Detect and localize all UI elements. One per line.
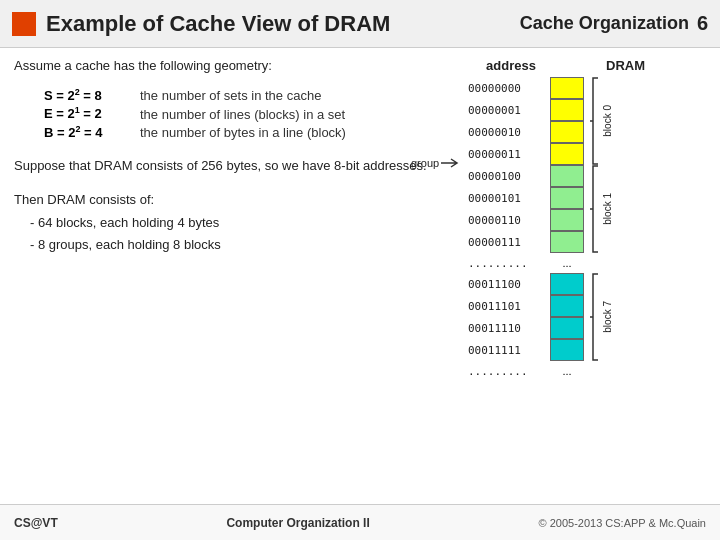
header-icon: [12, 12, 36, 36]
right-panel: address DRAM 000000000000000100000010000…: [466, 58, 706, 498]
header: Example of Cache View of DRAM Cache Orga…: [0, 0, 720, 48]
formula-eq: S = 22 = 8: [44, 87, 134, 103]
block-cell: [550, 317, 584, 339]
block-cell: [550, 99, 584, 121]
formula-row: B = 22 = 4the number of bytes in a line …: [44, 124, 456, 140]
dram-consists: Then DRAM consists of: 64 blocks, each h…: [14, 189, 456, 255]
block-cell: [550, 209, 584, 231]
page-title: Example of Cache View of DRAM: [46, 11, 520, 37]
addr-cell: 00000000: [466, 77, 546, 99]
block-cell: [550, 273, 584, 295]
block-labels-column: block 0block 1block 7: [590, 77, 650, 407]
block-cell: [550, 121, 584, 143]
dram-content: 0000000000000001000000100000001100000100…: [466, 77, 706, 407]
formula-row: S = 22 = 8the number of sets in the cach…: [44, 87, 456, 103]
main-content: Assume a cache has the following geometr…: [0, 48, 720, 504]
dram-label: DRAM: [606, 58, 645, 73]
block-cell: [550, 339, 584, 361]
formula-eq: B = 22 = 4: [44, 124, 134, 140]
addr-cell: 00000001: [466, 99, 546, 121]
list-item: 64 blocks, each holding 4 bytes: [30, 212, 456, 234]
footer-left: CS@VT: [14, 516, 58, 530]
addr-cell: 00000110: [466, 209, 546, 231]
footer-center: Computer Organization II: [226, 516, 369, 530]
block-cell: [550, 77, 584, 99]
address-label: address: [466, 58, 556, 73]
block-label-text: block 1: [602, 193, 613, 225]
addr-cell: .........: [466, 253, 546, 273]
block-brace-group: block 1: [590, 165, 613, 253]
formula-desc: the number of lines (blocks) in a set: [140, 107, 345, 122]
address-column: 0000000000000001000000100000001100000100…: [466, 77, 546, 407]
formula-desc: the number of sets in the cache: [140, 88, 321, 103]
addr-cell: 00011100: [466, 273, 546, 295]
blocks-column: ......: [550, 77, 588, 407]
consists-list: 64 blocks, each holding 4 bytes8 groups,…: [30, 212, 456, 256]
addr-cell: 00000011: [466, 143, 546, 165]
addr-cell: .........: [466, 361, 546, 381]
addr-cell: 00000111: [466, 231, 546, 253]
addr-cell: 00000100: [466, 165, 546, 187]
addr-cell: 00011101: [466, 295, 546, 317]
block-cell: [550, 165, 584, 187]
group-label: group: [411, 157, 461, 169]
footer: CS@VT Computer Organization II © 2005-20…: [0, 504, 720, 540]
consists-heading: Then DRAM consists of:: [14, 192, 154, 207]
block-cell: [550, 143, 584, 165]
block-brace-group: block 7: [590, 273, 613, 361]
block-cell: [550, 187, 584, 209]
header-right: Cache Organization 6: [520, 12, 708, 35]
list-item: 8 groups, each holding 8 blocks: [30, 234, 456, 256]
block-cell: [550, 231, 584, 253]
formula-desc: the number of bytes in a line (block): [140, 125, 346, 140]
cache-org-label: Cache Organization: [520, 13, 689, 34]
formulas: S = 22 = 8the number of sets in the cach…: [44, 87, 456, 140]
addr-cell: 00011111: [466, 339, 546, 361]
block-brace-group: block 0: [590, 77, 613, 165]
formula-eq: E = 21 = 2: [44, 105, 134, 121]
geometry-heading: Assume a cache has the following geometr…: [14, 58, 456, 73]
dram-paragraph: Suppose that DRAM consists of 256 bytes,…: [14, 156, 456, 176]
block-label-text: block 0: [602, 105, 613, 137]
footer-right: © 2005-2013 CS:APP & Mc.Quain: [539, 517, 707, 529]
left-panel: Assume a cache has the following geometr…: [14, 58, 456, 498]
block-cell: ...: [550, 361, 584, 381]
block-cell: [550, 295, 584, 317]
addr-cell: 00011110: [466, 317, 546, 339]
slide-number: 6: [697, 12, 708, 35]
block-label-text: block 7: [602, 301, 613, 333]
dram-header-row: address DRAM: [466, 58, 706, 73]
block-cell: ...: [550, 253, 584, 273]
formula-row: E = 21 = 2the number of lines (blocks) i…: [44, 105, 456, 121]
addr-cell: 00000010: [466, 121, 546, 143]
addr-cell: 00000101: [466, 187, 546, 209]
